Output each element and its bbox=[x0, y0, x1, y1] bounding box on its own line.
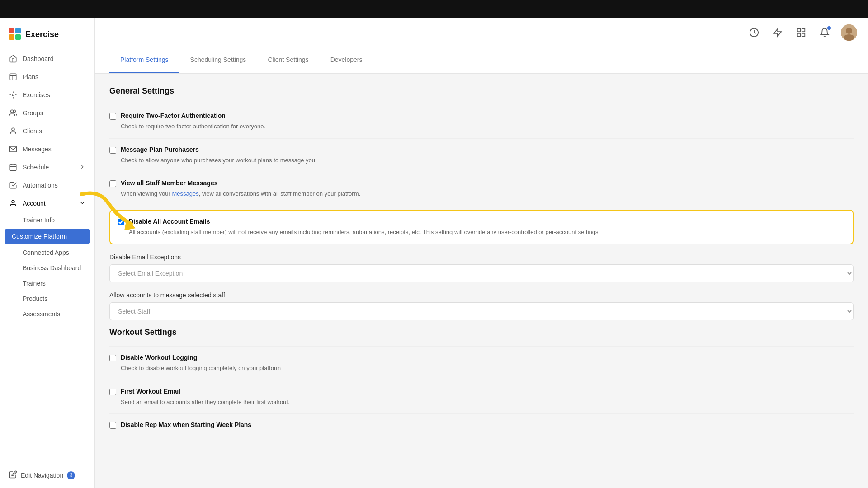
view-staff-desc: When viewing your Messages, view all con… bbox=[109, 189, 854, 198]
first-workout-email-label: First Workout Email bbox=[121, 388, 180, 395]
workout-settings-title: Workout Settings bbox=[109, 328, 854, 337]
setting-two-factor: Require Two-Factor Authentication Check … bbox=[109, 105, 854, 139]
top-header bbox=[95, 18, 868, 47]
setting-view-staff: View all Staff Member Messages When view… bbox=[109, 172, 854, 206]
user-avatar[interactable] bbox=[841, 24, 857, 41]
setting-message-plan: Message Plan Purchasers Check to allow a… bbox=[109, 139, 854, 173]
messages-link[interactable]: Messages bbox=[172, 190, 198, 197]
apps-icon[interactable] bbox=[794, 25, 808, 40]
general-settings-title: General Settings bbox=[109, 86, 854, 96]
sidebar-nav: Dashboard Plans Exercises bbox=[0, 50, 94, 462]
app-name: Exercise bbox=[25, 30, 59, 39]
sidebar-item-groups[interactable]: Groups bbox=[0, 104, 94, 122]
sidebar-label-messages: Messages bbox=[23, 145, 52, 153]
account-icon bbox=[9, 199, 17, 207]
svg-rect-19 bbox=[802, 28, 805, 31]
groups-icon bbox=[9, 109, 17, 117]
sidebar: Exercise Dashboard Plans bbox=[0, 18, 95, 488]
sidebar-item-assessments[interactable]: Assessments bbox=[0, 306, 94, 322]
allow-message-staff-group: Allow accounts to message selected staff… bbox=[109, 291, 854, 320]
svg-point-9 bbox=[11, 110, 14, 113]
sidebar-item-plans[interactable]: Plans bbox=[0, 68, 94, 86]
first-workout-email-desc: Send an email to accounts after they com… bbox=[109, 398, 854, 407]
disable-email-exceptions-group: Disable Email Exceptions Select Email Ex… bbox=[109, 253, 854, 282]
sidebar-item-exercises[interactable]: Exercises bbox=[0, 86, 94, 104]
setting-disable-emails-highlighted: Disable All Account Emails All accounts … bbox=[109, 210, 854, 245]
svg-point-15 bbox=[12, 200, 14, 203]
svg-rect-18 bbox=[797, 28, 800, 31]
allow-message-staff-label: Allow accounts to message selected staff bbox=[109, 291, 854, 299]
svg-rect-2 bbox=[15, 28, 21, 33]
two-factor-label: Require Two-Factor Authentication bbox=[121, 112, 226, 119]
svg-rect-3 bbox=[9, 34, 14, 40]
sidebar-item-business-dashboard[interactable]: Business Dashboard bbox=[0, 260, 94, 276]
disable-email-exceptions-label: Disable Email Exceptions bbox=[109, 253, 854, 261]
two-factor-checkbox[interactable] bbox=[109, 113, 116, 120]
notification-dot bbox=[827, 26, 831, 30]
sidebar-label-account: Account bbox=[23, 200, 46, 207]
messages-icon bbox=[9, 145, 17, 153]
tab-client-settings[interactable]: Client Settings bbox=[257, 47, 319, 73]
disable-rep-max-label: Disable Rep Max when Starting Week Plans bbox=[121, 421, 251, 428]
message-plan-desc: Check to allow anyone who purchases your… bbox=[109, 156, 854, 165]
disable-email-exceptions-select[interactable]: Select Email Exception bbox=[109, 264, 854, 282]
tab-scheduling-settings[interactable]: Scheduling Settings bbox=[179, 47, 257, 73]
svg-point-23 bbox=[846, 28, 852, 34]
home-icon bbox=[9, 55, 17, 63]
sidebar-label-dashboard: Dashboard bbox=[23, 55, 54, 62]
edit-navigation-label: Edit Navigation bbox=[21, 472, 63, 479]
sidebar-label-groups: Groups bbox=[23, 109, 43, 117]
setting-first-workout-email: First Workout Email Send an email to acc… bbox=[109, 380, 854, 414]
svg-point-8 bbox=[12, 94, 14, 96]
message-plan-checkbox[interactable] bbox=[109, 147, 116, 154]
message-plan-label: Message Plan Purchasers bbox=[121, 146, 199, 153]
two-factor-desc: Check to require two-factor authenticati… bbox=[109, 122, 854, 131]
edit-navigation-button[interactable]: Edit Navigation 3 bbox=[5, 467, 90, 483]
allow-message-staff-select[interactable]: Select Staff bbox=[109, 302, 854, 320]
edit-nav-icon bbox=[9, 470, 17, 480]
sidebar-item-products[interactable]: Products bbox=[0, 291, 94, 306]
settings-content: General Settings Require Two-Factor Auth… bbox=[95, 74, 868, 449]
sidebar-label-automations: Automations bbox=[23, 182, 58, 189]
sidebar-label-schedule: Schedule bbox=[23, 164, 49, 171]
sidebar-item-messages[interactable]: Messages bbox=[0, 140, 94, 158]
exercises-icon bbox=[9, 91, 17, 99]
workout-settings-section: Workout Settings Disable Workout Logging… bbox=[109, 328, 854, 436]
notifications-icon[interactable] bbox=[817, 25, 832, 40]
first-workout-email-checkbox[interactable] bbox=[109, 389, 116, 395]
sidebar-item-schedule[interactable]: Schedule bbox=[0, 158, 94, 176]
flash-icon[interactable] bbox=[770, 25, 785, 40]
sidebar-item-dashboard[interactable]: Dashboard bbox=[0, 50, 94, 68]
svg-rect-4 bbox=[15, 34, 21, 40]
sidebar-item-connected-apps[interactable]: Connected Apps bbox=[0, 245, 94, 260]
plans-icon bbox=[9, 73, 17, 81]
disable-logging-checkbox[interactable] bbox=[109, 355, 116, 361]
tab-developers[interactable]: Developers bbox=[320, 47, 373, 73]
disable-emails-desc: All accounts (excluding staff member) wi… bbox=[118, 228, 845, 237]
setting-disable-logging: Disable Workout Logging Check to disable… bbox=[109, 347, 854, 380]
app-logo: Exercise bbox=[0, 23, 94, 50]
automations-icon bbox=[9, 181, 17, 189]
setting-disable-rep-max: Disable Rep Max when Starting Week Plans bbox=[109, 414, 854, 436]
sidebar-item-trainers[interactable]: Trainers bbox=[0, 276, 94, 291]
sidebar-label-clients: Clients bbox=[23, 127, 42, 135]
tab-platform-settings[interactable]: Platform Settings bbox=[109, 47, 179, 73]
svg-point-10 bbox=[12, 128, 14, 131]
svg-rect-11 bbox=[10, 164, 16, 171]
logo-icon bbox=[9, 28, 22, 41]
svg-rect-5 bbox=[10, 74, 16, 80]
tabs-bar: Platform Settings Scheduling Settings Cl… bbox=[95, 47, 868, 74]
disable-logging-desc: Check to disable workout logging complet… bbox=[109, 364, 854, 373]
disable-rep-max-checkbox[interactable] bbox=[109, 422, 116, 429]
main-content: General Settings Require Two-Factor Auth… bbox=[95, 74, 868, 488]
content-area: Platform Settings Scheduling Settings Cl… bbox=[95, 18, 868, 488]
sidebar-item-clients[interactable]: Clients bbox=[0, 122, 94, 140]
sidebar-bottom: Edit Navigation 3 bbox=[0, 462, 94, 488]
clock-icon[interactable] bbox=[747, 25, 761, 40]
svg-marker-17 bbox=[774, 28, 782, 36]
svg-rect-1 bbox=[9, 28, 14, 33]
sidebar-label-plans: Plans bbox=[23, 73, 38, 80]
svg-rect-21 bbox=[802, 33, 805, 36]
disable-logging-label: Disable Workout Logging bbox=[121, 354, 197, 361]
schedule-icon bbox=[9, 163, 17, 171]
